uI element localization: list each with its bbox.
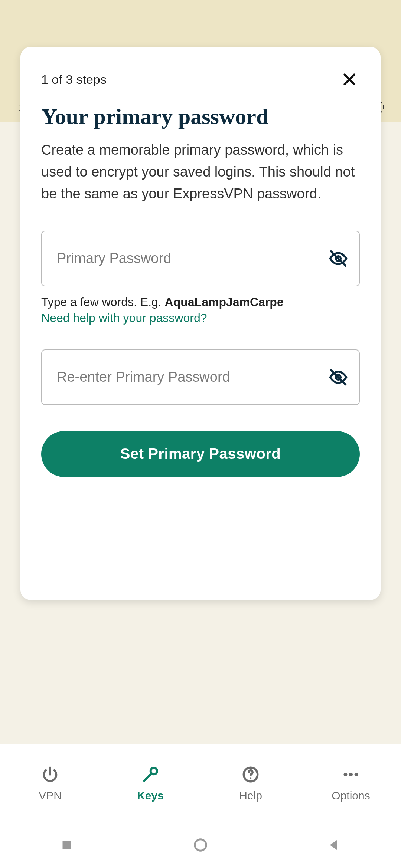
toggle-password-visibility[interactable]	[328, 248, 349, 269]
nav-label-help: Help	[239, 789, 262, 802]
nav-item-vpn[interactable]: VPN	[0, 744, 100, 822]
nav-label-keys: Keys	[137, 789, 164, 802]
key-icon	[141, 765, 160, 784]
bottom-nav: VPN Keys Help Options	[0, 744, 401, 822]
sys-back-button[interactable]	[312, 834, 356, 856]
svg-point-18	[349, 773, 353, 776]
close-icon	[341, 71, 358, 88]
hint-example: AquaLampJamCarpe	[165, 295, 284, 309]
nav-item-help[interactable]: Help	[200, 744, 301, 822]
more-icon	[341, 765, 361, 784]
nav-item-keys[interactable]: Keys	[100, 744, 200, 822]
nav-label-vpn: VPN	[39, 789, 62, 802]
password-help-link[interactable]: Need help with your password?	[41, 311, 360, 325]
sys-recent-button[interactable]	[45, 834, 89, 856]
svg-point-16	[250, 777, 251, 779]
primary-password-input[interactable]	[57, 250, 328, 266]
set-primary-password-button[interactable]: Set Primary Password	[41, 431, 360, 477]
svg-rect-20	[63, 841, 71, 849]
toggle-reenter-visibility[interactable]	[328, 367, 349, 388]
nav-item-options[interactable]: Options	[301, 744, 401, 822]
nav-label-options: Options	[332, 789, 370, 802]
step-indicator: 1 of 3 steps	[41, 72, 107, 87]
system-nav-bar	[0, 822, 401, 868]
sys-home-button[interactable]	[178, 834, 223, 856]
password-field[interactable]	[41, 231, 360, 286]
eye-off-icon	[329, 368, 348, 387]
password-field-wrap: Type a few words. E.g. AquaLampJamCarpe …	[41, 231, 360, 325]
page-description: Create a memorable primary password, whi…	[41, 139, 360, 205]
svg-point-21	[195, 839, 206, 851]
hint-prefix: Type a few words. E.g.	[41, 295, 165, 309]
page-title: Your primary password	[41, 104, 360, 129]
power-icon	[40, 765, 60, 784]
password-hint: Type a few words. E.g. AquaLampJamCarpe	[41, 295, 360, 309]
card-header-row: 1 of 3 steps	[41, 69, 360, 90]
reenter-field-wrap	[41, 349, 360, 405]
svg-point-17	[343, 773, 347, 776]
primary-password-card: 1 of 3 steps Your primary password Creat…	[20, 47, 381, 600]
eye-off-icon	[329, 249, 348, 268]
reenter-password-field[interactable]	[41, 349, 360, 405]
help-icon	[241, 765, 260, 784]
reenter-password-input[interactable]	[57, 369, 328, 385]
svg-point-19	[355, 773, 358, 776]
close-button[interactable]	[339, 69, 360, 90]
